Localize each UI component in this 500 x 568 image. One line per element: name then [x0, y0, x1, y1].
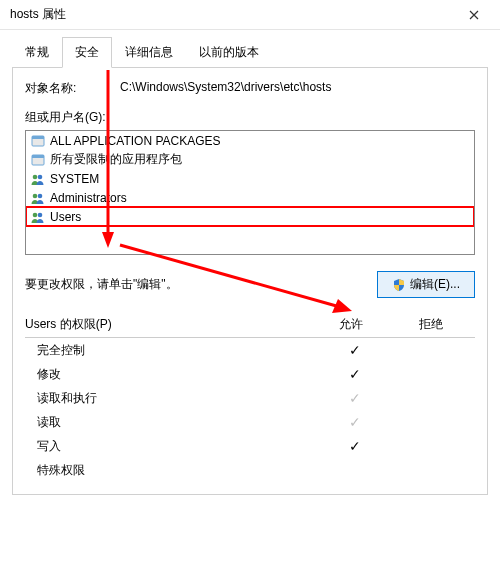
list-item-label: Administrators — [50, 191, 127, 205]
perm-col-deny: 拒绝 — [391, 316, 471, 333]
perm-row: 读取 ✓ — [25, 410, 475, 434]
list-item-label: ALL APPLICATION PACKAGES — [50, 134, 221, 148]
permissions-list: 完全控制 ✓ 修改 ✓ 读取和执行 ✓ 读取 ✓ 写入 ✓ — [25, 337, 475, 482]
users-icon — [30, 209, 46, 225]
perm-name: 特殊权限 — [25, 462, 315, 479]
checkmark-icon: ✓ — [315, 414, 395, 430]
perm-row: 修改 ✓ — [25, 362, 475, 386]
list-item-label: 所有受限制的应用程序包 — [50, 151, 182, 168]
checkmark-icon: ✓ — [315, 342, 395, 358]
tab-general[interactable]: 常规 — [12, 37, 62, 68]
list-item-label: SYSTEM — [50, 172, 99, 186]
security-panel: 对象名称: C:\Windows\System32\drivers\etc\ho… — [12, 68, 488, 495]
perm-row: 特殊权限 — [25, 458, 475, 482]
checkmark-icon: ✓ — [315, 438, 395, 454]
list-item[interactable]: Administrators — [26, 188, 474, 207]
perm-name: 读取和执行 — [25, 390, 315, 407]
checkmark-icon: ✓ — [315, 390, 395, 406]
svg-point-7 — [38, 193, 43, 198]
list-item[interactable]: ALL APPLICATION PACKAGES — [26, 131, 474, 150]
perm-row: 读取和执行 ✓ — [25, 386, 475, 410]
perm-name: 完全控制 — [25, 342, 315, 359]
close-icon — [469, 10, 479, 20]
package-icon — [30, 152, 46, 168]
edit-hint-text: 要更改权限，请单击"编辑"。 — [25, 276, 377, 293]
object-name-value: C:\Windows\System32\drivers\etc\hosts — [120, 80, 475, 94]
shield-icon — [392, 278, 406, 292]
list-item-label: Users — [50, 210, 81, 224]
svg-point-5 — [38, 174, 43, 179]
svg-point-8 — [33, 212, 38, 217]
perm-col-allow: 允许 — [311, 316, 391, 333]
svg-point-4 — [33, 174, 38, 179]
edit-button[interactable]: 编辑(E)... — [377, 271, 475, 298]
window-title: hosts 属性 — [10, 6, 452, 23]
svg-point-6 — [33, 193, 38, 198]
checkmark-icon: ✓ — [315, 366, 395, 382]
close-button[interactable] — [452, 1, 496, 29]
package-icon — [30, 133, 46, 149]
tab-strip: 常规 安全 详细信息 以前的版本 — [12, 36, 488, 68]
groups-label: 组或用户名(G): — [25, 109, 475, 126]
users-icon — [30, 171, 46, 187]
edit-button-label: 编辑(E)... — [410, 276, 460, 293]
list-item[interactable]: SYSTEM — [26, 169, 474, 188]
tab-previous[interactable]: 以前的版本 — [186, 37, 272, 68]
perm-row: 写入 ✓ — [25, 434, 475, 458]
tab-details[interactable]: 详细信息 — [112, 37, 186, 68]
perm-name: 修改 — [25, 366, 315, 383]
permissions-title: Users 的权限(P) — [25, 316, 311, 333]
tab-security[interactable]: 安全 — [62, 37, 112, 68]
groups-listbox[interactable]: ALL APPLICATION PACKAGES 所有受限制的应用程序包 SYS… — [25, 130, 475, 255]
list-item[interactable]: 所有受限制的应用程序包 — [26, 150, 474, 169]
object-name-label: 对象名称: — [25, 80, 120, 97]
perm-row: 完全控制 ✓ — [25, 338, 475, 362]
perm-name: 写入 — [25, 438, 315, 455]
perm-name: 读取 — [25, 414, 315, 431]
svg-rect-3 — [32, 155, 44, 158]
users-icon — [30, 190, 46, 206]
svg-point-9 — [38, 212, 43, 217]
title-bar: hosts 属性 — [0, 0, 500, 30]
svg-rect-1 — [32, 136, 44, 139]
list-item-users[interactable]: Users — [26, 207, 474, 226]
